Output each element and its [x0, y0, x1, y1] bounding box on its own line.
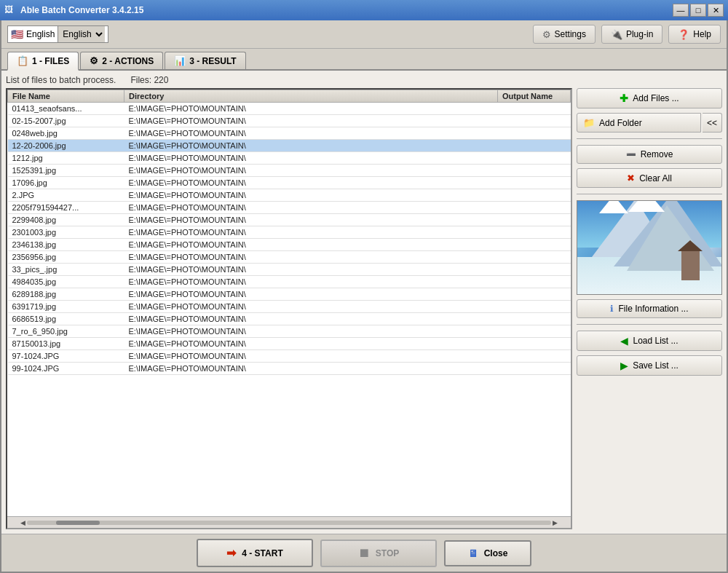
remove-icon: ➖	[626, 150, 636, 159]
cell-outputname	[498, 350, 571, 363]
cell-directory: E:\IMAGE\=PHOTO\MOUNTAIN\	[124, 165, 498, 177]
language-dropdown[interactable]: English	[58, 26, 105, 42]
tab-actions[interactable]: ⚙ 2 - ACTIONS	[80, 52, 163, 69]
stop-button[interactable]: ⏹ STOP	[320, 540, 437, 567]
cell-directory: E:\IMAGE\=PHOTO\MOUNTAIN\	[124, 251, 498, 264]
settings-button[interactable]: ⚙ Settings	[533, 25, 596, 44]
horizontal-scrollbar[interactable]: ◀ ▶	[7, 516, 571, 528]
table-row[interactable]: 6289188.jpgE:\IMAGE\=PHOTO\MOUNTAIN\	[8, 288, 571, 301]
tab-bar: 📋 1 - FILES ⚙ 2 - ACTIONS 📊 3 - RESULT	[1, 49, 727, 71]
cell-filename: 6289188.jpg	[8, 288, 124, 301]
plugin-button[interactable]: 🔌 Plug-in	[601, 25, 662, 44]
load-list-label: Load List ...	[633, 336, 678, 346]
table-row[interactable]: 01413_seaofsans...E:\IMAGE\=PHOTO\MOUNTA…	[8, 103, 571, 115]
close-window-button[interactable]: ✕	[708, 4, 724, 17]
cell-filename: 7_ro_6_950.jpg	[8, 325, 124, 338]
table-row[interactable]: 2299408.jpgE:\IMAGE\=PHOTO\MOUNTAIN\	[8, 214, 571, 226]
app-title: Able Batch Converter 3.4.2.15	[20, 5, 673, 15]
building	[681, 251, 700, 280]
cell-filename: 2299408.jpg	[8, 214, 124, 226]
load-list-button[interactable]: ◀ Load List ...	[577, 331, 722, 351]
tab-result-label: 3 - RESULT	[189, 56, 236, 66]
tab-files-icon: 📋	[17, 55, 28, 66]
title-bar: 🖼 Able Batch Converter 3.4.2.15 — □ ✕	[0, 0, 728, 20]
tab-files[interactable]: 📋 1 - FILES	[7, 52, 79, 71]
language-selector[interactable]: 🇺🇸 English English	[7, 25, 108, 43]
scroll-thumb	[56, 521, 100, 525]
table-row[interactable]: 99-1024.JPGE:\IMAGE\=PHOTO\MOUNTAIN\	[8, 363, 571, 375]
table-row[interactable]: 6391719.jpgE:\IMAGE\=PHOTO\MOUNTAIN\	[8, 301, 571, 313]
save-list-icon: ▶	[620, 360, 628, 371]
table-scroll-wrapper[interactable]: File Name Directory Output Name 01413_se…	[7, 90, 571, 516]
file-info-button[interactable]: ℹ File Information ...	[577, 299, 722, 318]
cell-filename: 1525391.jpg	[8, 165, 124, 177]
cell-filename: 99-1024.JPG	[8, 363, 124, 375]
table-row[interactable]: 2.JPGE:\IMAGE\=PHOTO\MOUNTAIN\	[8, 189, 571, 202]
add-folder-label: Add Folder	[599, 118, 642, 128]
stop-icon: ⏹	[358, 547, 370, 560]
save-list-button[interactable]: ▶ Save List ...	[577, 355, 722, 376]
table-row[interactable]: 6686519.jpgE:\IMAGE\=PHOTO\MOUNTAIN\	[8, 313, 571, 325]
table-row[interactable]: 2301003.jpgE:\IMAGE\=PHOTO\MOUNTAIN\	[8, 226, 571, 239]
tab-actions-label: 2 - ACTIONS	[102, 56, 154, 66]
close-button[interactable]: 🖥 Close	[444, 540, 531, 566]
file-table: File Name Directory Output Name 01413_se…	[7, 90, 571, 375]
table-row[interactable]: 97-1024.JPGE:\IMAGE\=PHOTO\MOUNTAIN\	[8, 350, 571, 363]
cell-outputname	[498, 165, 571, 177]
table-row[interactable]: 0248web.jpgE:\IMAGE\=PHOTO\MOUNTAIN\	[8, 127, 571, 140]
cell-filename: 17096.jpg	[8, 177, 124, 189]
cell-directory: E:\IMAGE\=PHOTO\MOUNTAIN\	[124, 202, 498, 214]
table-row[interactable]: 02-15-2007.jpgE:\IMAGE\=PHOTO\MOUNTAIN\	[8, 115, 571, 127]
table-row[interactable]: 2205f791594427...E:\IMAGE\=PHOTO\MOUNTAI…	[8, 202, 571, 214]
start-button[interactable]: ➡ 4 - START	[197, 539, 313, 567]
scroll-right-arrow[interactable]: ▶	[551, 519, 559, 526]
maximize-button[interactable]: □	[690, 4, 706, 17]
main-window: 🇺🇸 English English ⚙ Settings 🔌 Plug-in …	[0, 20, 728, 573]
load-list-icon: ◀	[620, 335, 628, 347]
table-row[interactable]: 1525391.jpgE:\IMAGE\=PHOTO\MOUNTAIN\	[8, 165, 571, 177]
cell-directory: E:\IMAGE\=PHOTO\MOUNTAIN\	[124, 115, 498, 127]
file-count: Files: 220	[130, 75, 168, 85]
cell-outputname	[498, 325, 571, 338]
cell-filename: 6391719.jpg	[8, 301, 124, 313]
add-files-icon: ✚	[620, 92, 628, 104]
add-folder-arrow-button[interactable]: <<	[703, 113, 722, 133]
close-icon: 🖥	[468, 548, 478, 559]
minimize-button[interactable]: —	[673, 4, 689, 17]
table-row[interactable]: 33_pics_.jpgE:\IMAGE\=PHOTO\MOUNTAIN\	[8, 264, 571, 276]
cell-directory: E:\IMAGE\=PHOTO\MOUNTAIN\	[124, 152, 498, 165]
settings-label: Settings	[555, 29, 586, 39]
plugin-icon: 🔌	[611, 29, 622, 40]
cell-directory: E:\IMAGE\=PHOTO\MOUNTAIN\	[124, 226, 498, 239]
add-files-button[interactable]: ✚ Add Files ...	[577, 88, 722, 108]
remove-button[interactable]: ➖ Remove	[577, 145, 722, 164]
tab-result[interactable]: 📊 3 - RESULT	[165, 52, 245, 69]
cell-outputname	[498, 251, 571, 264]
table-row[interactable]: 7_ro_6_950.jpgE:\IMAGE\=PHOTO\MOUNTAIN\	[8, 325, 571, 338]
cell-filename: 4984035.jpg	[8, 276, 124, 288]
cell-filename: 2205f791594427...	[8, 202, 124, 214]
cell-filename: 2.JPG	[8, 189, 124, 202]
table-row[interactable]: 87150013.jpgE:\IMAGE\=PHOTO\MOUNTAIN\	[8, 338, 571, 350]
cell-outputname	[498, 140, 571, 152]
cell-directory: E:\IMAGE\=PHOTO\MOUNTAIN\	[124, 103, 498, 115]
separator-1	[577, 138, 722, 139]
cell-outputname	[498, 239, 571, 251]
snow2	[628, 200, 665, 212]
clear-all-button[interactable]: ✖ Clear All	[577, 168, 722, 188]
add-folder-arrow-label: <<	[707, 118, 717, 128]
table-row[interactable]: 4984035.jpgE:\IMAGE\=PHOTO\MOUNTAIN\	[8, 276, 571, 288]
help-button[interactable]: ❓ Help	[668, 25, 721, 44]
table-row[interactable]: 2356956.jpgE:\IMAGE\=PHOTO\MOUNTAIN\	[8, 251, 571, 264]
table-row[interactable]: 1212.jpgE:\IMAGE\=PHOTO\MOUNTAIN\	[8, 152, 571, 165]
tab-files-label: 1 - FILES	[32, 56, 69, 66]
table-row[interactable]: 2346138.jpgE:\IMAGE\=PHOTO\MOUNTAIN\	[8, 239, 571, 251]
cell-directory: E:\IMAGE\=PHOTO\MOUNTAIN\	[124, 338, 498, 350]
table-row[interactable]: 17096.jpgE:\IMAGE\=PHOTO\MOUNTAIN\	[8, 177, 571, 189]
add-folder-button[interactable]: 📁 Add Folder	[577, 113, 701, 133]
scroll-left-arrow[interactable]: ◀	[19, 519, 27, 526]
table-row[interactable]: 12-20-2006.jpgE:\IMAGE\=PHOTO\MOUNTAIN\	[8, 140, 571, 152]
title-bar-buttons: — □ ✕	[673, 4, 724, 17]
file-list-description: List of files to batch process.	[6, 75, 116, 85]
cell-outputname	[498, 363, 571, 375]
